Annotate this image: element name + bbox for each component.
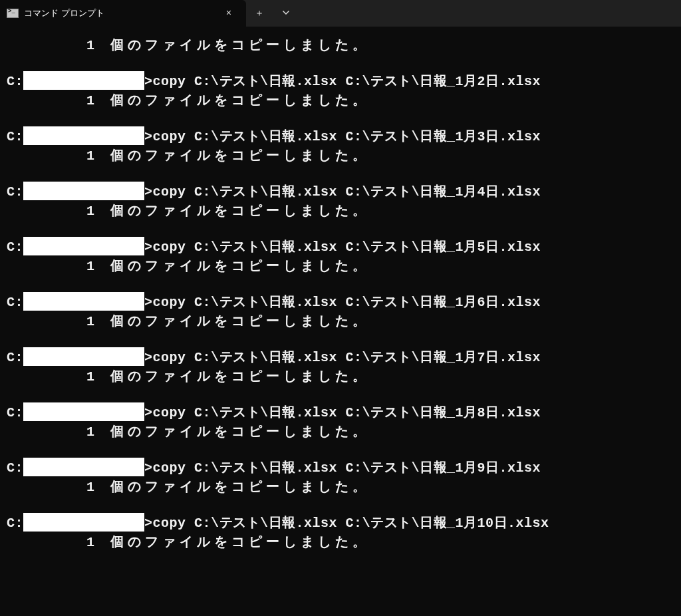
prompt-line: C:>copy C:\テスト\日報.xlsx C:\テスト\日報_1月6日.xl… bbox=[7, 292, 674, 312]
copy-command: >copy C:\テスト\日報.xlsx C:\テスト\日報_1月2日.xlsx bbox=[144, 72, 541, 91]
redacted-path bbox=[23, 237, 144, 255]
command-block: C:>copy C:\テスト\日報.xlsx C:\テスト\日報_1月3日.xl… bbox=[7, 126, 674, 166]
copy-result-line: 1 個のファイルをコピーしました。 bbox=[7, 36, 674, 55]
chevron-down-icon bbox=[282, 9, 290, 17]
command-block: C:>copy C:\テスト\日報.xlsx C:\テスト\日報_1月2日.xl… bbox=[7, 71, 674, 110]
terminal-output[interactable]: 1 個のファイルをコピーしました。C:>copy C:\テスト\日報.xlsx … bbox=[0, 27, 681, 581]
redacted-path bbox=[23, 126, 144, 145]
copy-command: >copy C:\テスト\日報.xlsx C:\テスト\日報_1月4日.xlsx bbox=[144, 182, 541, 202]
drive-prefix: C: bbox=[7, 293, 23, 312]
drive-prefix: C: bbox=[7, 182, 23, 202]
drive-prefix: C: bbox=[7, 514, 23, 533]
command-block: C:>copy C:\テスト\日報.xlsx C:\テスト\日報_1月7日.xl… bbox=[7, 347, 674, 386]
redacted-path bbox=[23, 182, 144, 200]
copy-result-line: 1 個のファイルをコピーしました。 bbox=[7, 478, 674, 497]
copy-result-line: 1 個のファイルをコピーしました。 bbox=[7, 422, 674, 442]
redacted-path bbox=[23, 402, 144, 421]
terminal-icon bbox=[7, 9, 19, 18]
drive-prefix: C: bbox=[7, 403, 23, 422]
copy-result-line: 1 個のファイルをコピーしました。 bbox=[7, 533, 674, 552]
close-icon[interactable]: × bbox=[219, 8, 238, 19]
command-block: C:>copy C:\テスト\日報.xlsx C:\テスト\日報_1月8日.xl… bbox=[7, 402, 674, 442]
prompt-line: C:>copy C:\テスト\日報.xlsx C:\テスト\日報_1月9日.xl… bbox=[7, 458, 674, 478]
command-block: C:>copy C:\テスト\日報.xlsx C:\テスト\日報_1月6日.xl… bbox=[7, 292, 674, 331]
drive-prefix: C: bbox=[7, 348, 23, 367]
copy-result-line: 1 個のファイルをコピーしました。 bbox=[7, 91, 674, 110]
copy-command: >copy C:\テスト\日報.xlsx C:\テスト\日報_1月9日.xlsx bbox=[144, 458, 541, 478]
copy-result-line: 1 個のファイルをコピーしました。 bbox=[7, 257, 674, 276]
copy-result-line: 1 個のファイルをコピーしました。 bbox=[7, 312, 674, 331]
command-block: C:>copy C:\テスト\日報.xlsx C:\テスト\日報_1月9日.xl… bbox=[7, 458, 674, 497]
drive-prefix: C: bbox=[7, 237, 23, 257]
drive-prefix: C: bbox=[7, 458, 23, 478]
tab-dropdown-button[interactable] bbox=[273, 0, 299, 27]
copy-command: >copy C:\テスト\日報.xlsx C:\テスト\日報_1月8日.xlsx bbox=[144, 403, 541, 422]
tab-command-prompt[interactable]: コマンド プロンプト × bbox=[0, 0, 246, 27]
tab-title: コマンド プロンプト bbox=[24, 7, 214, 19]
command-block: C:>copy C:\テスト\日報.xlsx C:\テスト\日報_1月10日.x… bbox=[7, 513, 674, 552]
prompt-line: C:>copy C:\テスト\日報.xlsx C:\テスト\日報_1月5日.xl… bbox=[7, 237, 674, 257]
redacted-path bbox=[23, 292, 144, 311]
copy-result-line: 1 個のファイルをコピーしました。 bbox=[7, 367, 674, 386]
prompt-line: C:>copy C:\テスト\日報.xlsx C:\テスト\日報_1月2日.xl… bbox=[7, 71, 674, 91]
redacted-path bbox=[23, 513, 144, 532]
copy-command: >copy C:\テスト\日報.xlsx C:\テスト\日報_1月7日.xlsx bbox=[144, 348, 541, 367]
command-block: 1 個のファイルをコピーしました。 bbox=[7, 36, 674, 55]
prompt-line: C:>copy C:\テスト\日報.xlsx C:\テスト\日報_1月3日.xl… bbox=[7, 126, 674, 146]
redacted-path bbox=[23, 71, 144, 90]
new-tab-button[interactable]: ＋ bbox=[246, 0, 273, 27]
drive-prefix: C: bbox=[7, 72, 23, 91]
copy-result-line: 1 個のファイルをコピーしました。 bbox=[7, 146, 674, 166]
copy-result-line: 1 個のファイルをコピーしました。 bbox=[7, 202, 674, 221]
prompt-line: C:>copy C:\テスト\日報.xlsx C:\テスト\日報_1月4日.xl… bbox=[7, 182, 674, 202]
copy-command: >copy C:\テスト\日報.xlsx C:\テスト\日報_1月5日.xlsx bbox=[144, 237, 541, 257]
prompt-line: C:>copy C:\テスト\日報.xlsx C:\テスト\日報_1月7日.xl… bbox=[7, 347, 674, 367]
redacted-path bbox=[23, 347, 144, 366]
drive-prefix: C: bbox=[7, 127, 23, 146]
title-bar: コマンド プロンプト × ＋ bbox=[0, 0, 681, 27]
command-block: C:>copy C:\テスト\日報.xlsx C:\テスト\日報_1月5日.xl… bbox=[7, 237, 674, 276]
copy-command: >copy C:\テスト\日報.xlsx C:\テスト\日報_1月10日.xls… bbox=[144, 514, 549, 533]
command-block: C:>copy C:\テスト\日報.xlsx C:\テスト\日報_1月4日.xl… bbox=[7, 182, 674, 221]
prompt-line: C:>copy C:\テスト\日報.xlsx C:\テスト\日報_1月8日.xl… bbox=[7, 402, 674, 422]
copy-command: >copy C:\テスト\日報.xlsx C:\テスト\日報_1月3日.xlsx bbox=[144, 127, 541, 146]
prompt-line: C:>copy C:\テスト\日報.xlsx C:\テスト\日報_1月10日.x… bbox=[7, 513, 674, 533]
copy-command: >copy C:\テスト\日報.xlsx C:\テスト\日報_1月6日.xlsx bbox=[144, 293, 541, 312]
redacted-path bbox=[23, 458, 144, 476]
